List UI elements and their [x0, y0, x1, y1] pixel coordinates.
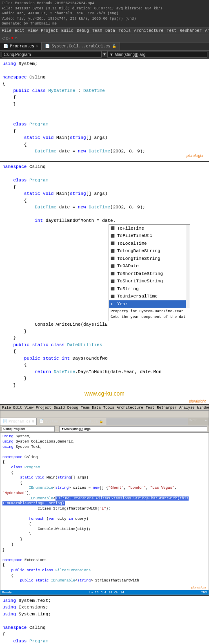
ide-tab-close-1[interactable]: ✕: [32, 419, 34, 424]
ac-item-year[interactable]: ◈ Year: [109, 300, 186, 308]
ide-address-sep: ▼: [56, 427, 58, 431]
ac-item-tofiletimeutc[interactable]: ⬛ ToFileTimeUtc: [109, 232, 186, 240]
tab-program-cs[interactable]: 📄 Program.cs ✕: [0, 42, 42, 50]
code-line: }: [2, 375, 207, 382]
watermark-text: www.cg-ku.com: [84, 390, 125, 397]
ide-code-line: public static class FilterExtensions: [2, 568, 207, 573]
tab-icon-2: 📄: [45, 44, 50, 49]
menu-team[interactable]: Team: [92, 29, 102, 33]
menu-view[interactable]: View: [28, 29, 38, 33]
ide-menu-window[interactable]: Window: [197, 406, 209, 410]
video-details1: File: 3411837 Bytes (3.11 MiB); duration…: [2, 6, 207, 11]
ide-menu-debug[interactable]: Debug: [67, 406, 78, 410]
code-line: using Extensions;: [2, 604, 207, 611]
ide-menu-edit[interactable]: Edit: [13, 406, 22, 410]
ide-tab-lock-2: 🔒: [99, 420, 103, 423]
ide-address-left[interactable]: [2, 426, 55, 432]
code-line: public static int DaysToEndOfMo: [2, 355, 207, 362]
tab-lock-icon: 🔒: [112, 44, 116, 49]
ide-menu-arch[interactable]: Architecture: [117, 406, 143, 410]
menu-debug[interactable]: Debug: [77, 29, 89, 33]
tab-system-collections[interactable]: 📄 System.Coll...erable1.cs 🔒: [42, 42, 120, 50]
ide-menu-data[interactable]: Data: [92, 406, 101, 410]
menu-edit[interactable]: Edit: [15, 29, 24, 33]
ac-icon-9: ⬛: [111, 286, 116, 291]
ac-icon-11: ◈: [111, 302, 116, 306]
ac-item-tostring[interactable]: ⬛ ToString: [109, 285, 186, 293]
ac-icon-1: ⬛: [111, 226, 116, 231]
ac-item-toshorttimestring[interactable]: ⬛ ToShortTimeString: [109, 277, 186, 285]
code-line: {: [2, 94, 207, 101]
ide-code-line: namespace Extensions: [2, 558, 207, 563]
menu-project[interactable]: Project: [41, 29, 58, 33]
code-line: [2, 107, 207, 114]
code-line: [2, 170, 207, 177]
ac-icon-10: ⬛: [111, 294, 116, 299]
video-info-bar: File: Extension Methods 20150621242624.m…: [0, 0, 209, 28]
ide-menu-resharper[interactable]: ReSharper: [157, 406, 177, 410]
menu-tools[interactable]: Tools: [118, 29, 131, 33]
ac-item-tolocaltime[interactable]: ⬛ ToLocalTime: [109, 240, 186, 248]
code-line: namespace Cslinq: [2, 74, 207, 81]
ide-menu-test[interactable]: Test: [146, 406, 155, 410]
autocomplete-dropdown[interactable]: ⬛ ToFileTime ⬛ ToFileTimeUtc ⬛ ToLocalTi…: [109, 224, 190, 322]
code-line: int daysTillEndOfMonth = date.: [2, 217, 207, 224]
ide-code-line: IEnumerable<string> cities = new[] {"Ghe…: [2, 485, 207, 496]
ac-label: ToLongTimeString: [117, 255, 160, 262]
ide-tab-program-cs[interactable]: 📄 Program.cs ✕: [0, 418, 37, 425]
ide-menu-team[interactable]: Team: [81, 406, 90, 410]
ac-item-tooadate[interactable]: ⬛ ToOADate: [109, 262, 186, 270]
menu-file[interactable]: File: [2, 29, 11, 33]
ac-item-toshortdatestring[interactable]: ⬛ ToShortDateString: [109, 270, 186, 278]
ide-menu-tools[interactable]: Tools: [103, 406, 114, 410]
code-line: {: [2, 184, 207, 191]
ide-solution-explorer-tab[interactable]: Solt... ▶: [188, 418, 209, 425]
ide-tab-bar: 📄 Program.cs ✕ 📄 System.Coll...erable1.c…: [0, 418, 209, 425]
code-line: {: [2, 197, 207, 204]
ac-label: ToLongDateString: [117, 248, 160, 255]
code-line: class Program: [2, 177, 207, 184]
code-line: {: [2, 631, 207, 638]
menu-data[interactable]: Data: [105, 29, 115, 33]
ide-code-line: {: [2, 470, 207, 476]
ac-label: ToShortDateString: [117, 271, 163, 277]
ide-code-line: [2, 552, 207, 558]
ide-menu-build[interactable]: Build: [54, 406, 65, 410]
ide-menu-project[interactable]: Project: [36, 406, 51, 410]
code-line: using System;: [2, 60, 207, 67]
ide-tab-system-collections[interactable]: 📄 System.Coll...erable1.cs 🔒: [37, 418, 106, 425]
code-line: static void Main(string[] args): [2, 134, 207, 141]
ide-menu-file[interactable]: File: [2, 406, 11, 410]
menu-ana[interactable]: Ana: [205, 29, 209, 33]
ac-item-tolongdatestring[interactable]: ⬛ ToLongDateString: [109, 247, 186, 255]
code-line: DateTime date = new DateTime(2002, 8, 9)…: [2, 204, 207, 211]
ac-item-tofiletime[interactable]: ⬛ ToFileTime: [109, 225, 186, 233]
forward-icon[interactable]: ▷: [6, 35, 9, 42]
ide-menu-view[interactable]: View: [24, 406, 33, 410]
code-line: Console.WriteLine(daysTillE: [2, 321, 207, 328]
menu-architecture[interactable]: Architecture: [134, 29, 163, 33]
menu-test[interactable]: Test: [167, 29, 176, 33]
back-icon[interactable]: ◁: [2, 35, 5, 42]
tab-close-1[interactable]: ✕: [36, 44, 38, 49]
code-line: {: [2, 141, 207, 148]
ac-icon-3: ⬛: [111, 241, 116, 246]
menu-resharper[interactable]: ReSharper: [180, 29, 202, 33]
stop-icon[interactable]: ●: [11, 36, 14, 40]
ide-menu-analyse[interactable]: Analyse: [179, 406, 195, 410]
ac-icon-8: ⬛: [111, 279, 116, 284]
ide-address-right[interactable]: [59, 426, 207, 432]
menu-build[interactable]: Build: [61, 29, 73, 33]
home-icon[interactable]: ⌂: [15, 36, 18, 40]
address-right-input[interactable]: [107, 51, 207, 58]
code-line: public static class DateUtilities: [2, 342, 207, 349]
ac-icon-4: ⬛: [111, 249, 116, 254]
ac-tooltip: Property int System.DateTime.YearGets th…: [109, 308, 190, 321]
code-line: public class MyDateTime : DateTime: [2, 87, 207, 94]
code-line: namespace Cslinq: [2, 624, 207, 631]
ide-code-line: using System.Collections.Generic;: [2, 439, 207, 445]
ac-item-touniversaltime[interactable]: ⬛ ToUniversalTime: [109, 293, 186, 300]
address-left-input[interactable]: [2, 51, 102, 58]
ide-tab-icon-2: 📄: [39, 419, 44, 424]
ac-item-tolongtimestring[interactable]: ⬛ ToLongTimeString: [109, 255, 186, 263]
